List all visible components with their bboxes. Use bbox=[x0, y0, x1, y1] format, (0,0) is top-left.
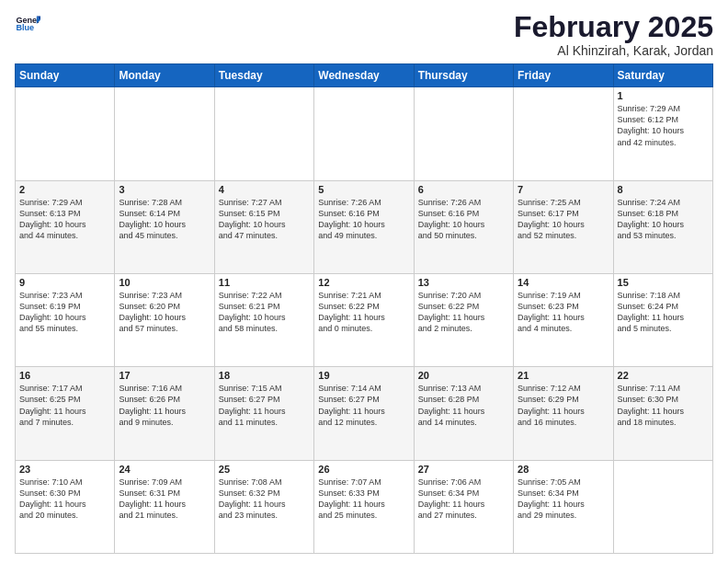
calendar-table: SundayMondayTuesdayWednesdayThursdayFrid… bbox=[15, 63, 713, 554]
logo: General Blue bbox=[15, 11, 40, 37]
calendar-cell bbox=[514, 87, 613, 180]
day-info: Sunrise: 7:27 AM Sunset: 6:15 PM Dayligh… bbox=[219, 197, 310, 242]
day-info: Sunrise: 7:16 AM Sunset: 6:26 PM Dayligh… bbox=[119, 383, 210, 428]
calendar-cell bbox=[16, 87, 115, 180]
week-row-2: 2Sunrise: 7:29 AM Sunset: 6:13 PM Daylig… bbox=[16, 180, 713, 273]
day-info: Sunrise: 7:23 AM Sunset: 6:19 PM Dayligh… bbox=[19, 290, 110, 335]
calendar-cell: 16Sunrise: 7:17 AM Sunset: 6:25 PM Dayli… bbox=[16, 367, 115, 460]
calendar-cell: 18Sunrise: 7:15 AM Sunset: 6:27 PM Dayli… bbox=[214, 367, 313, 460]
calendar-cell: 13Sunrise: 7:20 AM Sunset: 6:22 PM Dayli… bbox=[414, 273, 513, 366]
day-info: Sunrise: 7:26 AM Sunset: 6:16 PM Dayligh… bbox=[318, 197, 409, 242]
calendar-cell: 24Sunrise: 7:09 AM Sunset: 6:31 PM Dayli… bbox=[115, 460, 214, 553]
day-number: 19 bbox=[318, 370, 409, 381]
calendar-cell: 27Sunrise: 7:06 AM Sunset: 6:34 PM Dayli… bbox=[414, 460, 513, 553]
calendar-cell: 6Sunrise: 7:26 AM Sunset: 6:16 PM Daylig… bbox=[414, 180, 513, 273]
weekday-header-saturday: Saturday bbox=[613, 64, 712, 87]
title-block: February 2025 Al Khinzirah, Karak, Jorda… bbox=[514, 11, 713, 58]
day-info: Sunrise: 7:10 AM Sunset: 6:30 PM Dayligh… bbox=[19, 477, 110, 522]
day-info: Sunrise: 7:07 AM Sunset: 6:33 PM Dayligh… bbox=[318, 477, 409, 522]
day-number: 7 bbox=[518, 184, 609, 195]
calendar-cell bbox=[314, 87, 414, 180]
header: General Blue February 2025 Al Khinzirah,… bbox=[15, 11, 713, 58]
day-info: Sunrise: 7:28 AM Sunset: 6:14 PM Dayligh… bbox=[119, 197, 210, 242]
calendar-title: February 2025 bbox=[514, 11, 713, 43]
day-number: 24 bbox=[119, 464, 210, 475]
calendar-cell: 15Sunrise: 7:18 AM Sunset: 6:24 PM Dayli… bbox=[613, 273, 712, 366]
calendar-cell: 1Sunrise: 7:29 AM Sunset: 6:12 PM Daylig… bbox=[613, 87, 712, 180]
day-number: 26 bbox=[318, 464, 409, 475]
day-number: 6 bbox=[418, 184, 509, 195]
day-info: Sunrise: 7:14 AM Sunset: 6:27 PM Dayligh… bbox=[318, 383, 409, 428]
day-number: 22 bbox=[618, 370, 709, 381]
calendar-cell: 26Sunrise: 7:07 AM Sunset: 6:33 PM Dayli… bbox=[314, 460, 414, 553]
day-number: 25 bbox=[219, 464, 310, 475]
day-info: Sunrise: 7:13 AM Sunset: 6:28 PM Dayligh… bbox=[418, 383, 509, 428]
calendar-cell: 11Sunrise: 7:22 AM Sunset: 6:21 PM Dayli… bbox=[214, 273, 313, 366]
day-number: 28 bbox=[518, 464, 609, 475]
day-info: Sunrise: 7:26 AM Sunset: 6:16 PM Dayligh… bbox=[418, 197, 509, 242]
day-number: 17 bbox=[119, 370, 210, 381]
calendar-cell: 7Sunrise: 7:25 AM Sunset: 6:17 PM Daylig… bbox=[514, 180, 613, 273]
calendar-cell: 2Sunrise: 7:29 AM Sunset: 6:13 PM Daylig… bbox=[16, 180, 115, 273]
calendar-cell: 3Sunrise: 7:28 AM Sunset: 6:14 PM Daylig… bbox=[115, 180, 214, 273]
day-info: Sunrise: 7:15 AM Sunset: 6:27 PM Dayligh… bbox=[219, 383, 310, 428]
calendar-cell: 22Sunrise: 7:11 AM Sunset: 6:30 PM Dayli… bbox=[613, 367, 712, 460]
calendar-cell: 21Sunrise: 7:12 AM Sunset: 6:29 PM Dayli… bbox=[514, 367, 613, 460]
day-info: Sunrise: 7:12 AM Sunset: 6:29 PM Dayligh… bbox=[518, 383, 609, 428]
calendar-cell bbox=[115, 87, 214, 180]
day-info: Sunrise: 7:19 AM Sunset: 6:23 PM Dayligh… bbox=[518, 290, 609, 335]
day-number: 8 bbox=[618, 184, 709, 195]
calendar-cell: 28Sunrise: 7:05 AM Sunset: 6:34 PM Dayli… bbox=[514, 460, 613, 553]
week-row-1: 1Sunrise: 7:29 AM Sunset: 6:12 PM Daylig… bbox=[16, 87, 713, 180]
day-info: Sunrise: 7:24 AM Sunset: 6:18 PM Dayligh… bbox=[618, 197, 709, 242]
calendar-cell: 20Sunrise: 7:13 AM Sunset: 6:28 PM Dayli… bbox=[414, 367, 513, 460]
day-number: 20 bbox=[418, 370, 509, 381]
day-number: 5 bbox=[318, 184, 409, 195]
calendar-cell: 9Sunrise: 7:23 AM Sunset: 6:19 PM Daylig… bbox=[16, 273, 115, 366]
calendar-cell: 12Sunrise: 7:21 AM Sunset: 6:22 PM Dayli… bbox=[314, 273, 414, 366]
weekday-header-friday: Friday bbox=[514, 64, 613, 87]
weekday-header-row: SundayMondayTuesdayWednesdayThursdayFrid… bbox=[16, 64, 713, 87]
calendar-cell: 17Sunrise: 7:16 AM Sunset: 6:26 PM Dayli… bbox=[115, 367, 214, 460]
calendar-cell: 10Sunrise: 7:23 AM Sunset: 6:20 PM Dayli… bbox=[115, 273, 214, 366]
calendar-cell bbox=[214, 87, 313, 180]
calendar-subtitle: Al Khinzirah, Karak, Jordan bbox=[514, 43, 713, 58]
day-number: 10 bbox=[119, 277, 210, 288]
calendar-cell: 23Sunrise: 7:10 AM Sunset: 6:30 PM Dayli… bbox=[16, 460, 115, 553]
day-number: 13 bbox=[418, 277, 509, 288]
calendar-cell: 19Sunrise: 7:14 AM Sunset: 6:27 PM Dayli… bbox=[314, 367, 414, 460]
weekday-header-wednesday: Wednesday bbox=[314, 64, 414, 87]
day-info: Sunrise: 7:11 AM Sunset: 6:30 PM Dayligh… bbox=[618, 383, 709, 428]
day-info: Sunrise: 7:20 AM Sunset: 6:22 PM Dayligh… bbox=[418, 290, 509, 335]
calendar-cell: 8Sunrise: 7:24 AM Sunset: 6:18 PM Daylig… bbox=[613, 180, 712, 273]
calendar-cell: 25Sunrise: 7:08 AM Sunset: 6:32 PM Dayli… bbox=[214, 460, 313, 553]
day-number: 21 bbox=[518, 370, 609, 381]
calendar-cell: 4Sunrise: 7:27 AM Sunset: 6:15 PM Daylig… bbox=[214, 180, 313, 273]
calendar-cell: 14Sunrise: 7:19 AM Sunset: 6:23 PM Dayli… bbox=[514, 273, 613, 366]
weekday-header-monday: Monday bbox=[115, 64, 214, 87]
day-number: 23 bbox=[19, 464, 110, 475]
day-number: 15 bbox=[618, 277, 709, 288]
week-row-4: 16Sunrise: 7:17 AM Sunset: 6:25 PM Dayli… bbox=[16, 367, 713, 460]
day-info: Sunrise: 7:29 AM Sunset: 6:12 PM Dayligh… bbox=[618, 103, 709, 148]
weekday-header-sunday: Sunday bbox=[16, 64, 115, 87]
calendar-cell: 5Sunrise: 7:26 AM Sunset: 6:16 PM Daylig… bbox=[314, 180, 414, 273]
day-number: 12 bbox=[318, 277, 409, 288]
day-info: Sunrise: 7:05 AM Sunset: 6:34 PM Dayligh… bbox=[518, 477, 609, 522]
day-number: 14 bbox=[518, 277, 609, 288]
day-number: 1 bbox=[618, 90, 709, 101]
day-info: Sunrise: 7:21 AM Sunset: 6:22 PM Dayligh… bbox=[318, 290, 409, 335]
day-number: 11 bbox=[219, 277, 310, 288]
day-info: Sunrise: 7:22 AM Sunset: 6:21 PM Dayligh… bbox=[219, 290, 310, 335]
day-number: 4 bbox=[219, 184, 310, 195]
day-info: Sunrise: 7:08 AM Sunset: 6:32 PM Dayligh… bbox=[219, 477, 310, 522]
day-number: 2 bbox=[19, 184, 110, 195]
day-info: Sunrise: 7:25 AM Sunset: 6:17 PM Dayligh… bbox=[518, 197, 609, 242]
weekday-header-thursday: Thursday bbox=[414, 64, 513, 87]
page: General Blue February 2025 Al Khinzirah,… bbox=[0, 0, 728, 563]
weekday-header-tuesday: Tuesday bbox=[214, 64, 313, 87]
calendar-cell bbox=[613, 460, 712, 553]
week-row-5: 23Sunrise: 7:10 AM Sunset: 6:30 PM Dayli… bbox=[16, 460, 713, 553]
day-info: Sunrise: 7:09 AM Sunset: 6:31 PM Dayligh… bbox=[119, 477, 210, 522]
day-number: 3 bbox=[119, 184, 210, 195]
